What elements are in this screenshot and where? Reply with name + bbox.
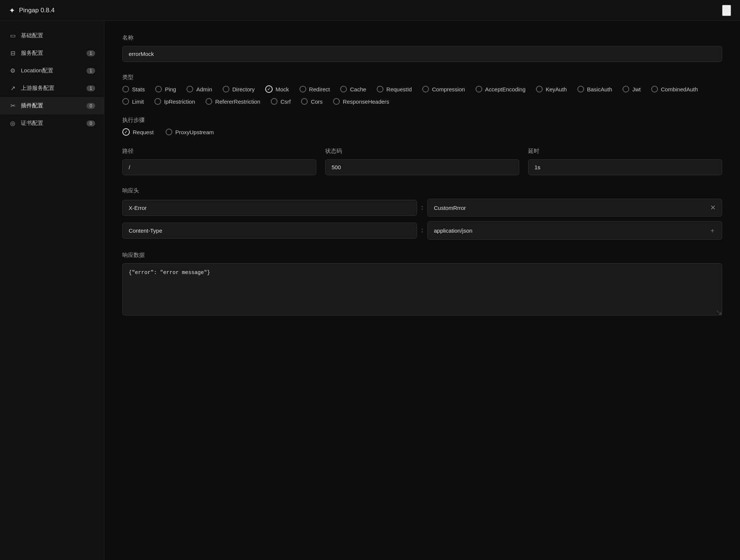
basic-icon: ▭	[9, 32, 16, 39]
radio-admin[interactable]: Admin	[186, 85, 212, 93]
response-header-value-0[interactable]	[434, 205, 710, 211]
radio-directory-label: Directory	[232, 86, 255, 92]
radio-iprestriction-label: IpRestriction	[164, 98, 195, 105]
three-col-row: 路径 状态码 延时	[122, 148, 722, 175]
status-group: 状态码	[325, 148, 519, 175]
resize-icon: ⤡	[716, 309, 720, 314]
radio-iprestriction[interactable]: IpRestriction	[154, 98, 195, 105]
radio-stats-circle	[122, 86, 129, 92]
remove-header-0-button[interactable]: ✕	[710, 204, 716, 212]
delay-input[interactable]	[528, 159, 722, 175]
radio-keyauth-circle	[536, 86, 543, 92]
location-icon: ⚙	[9, 67, 16, 74]
path-group: 路径	[122, 148, 316, 175]
path-status-delay-section: 路径 状态码 延时	[122, 148, 722, 175]
radio-limit-label: Limit	[132, 98, 144, 105]
sidebar-item-label-upstream: 上游服务配置	[21, 85, 54, 92]
radio-requestid-label: RequestId	[386, 86, 412, 92]
sidebar-item-certificate[interactable]: ◎ 证书配置 0	[0, 114, 104, 132]
settings-button[interactable]: ⚙	[722, 5, 731, 16]
response-header-value-1[interactable]	[434, 227, 709, 234]
name-input[interactable]	[122, 46, 722, 62]
radio-responseheaders-label: ResponseHeaders	[343, 98, 389, 105]
radio-combinedauth-circle	[651, 86, 658, 92]
sidebar-item-service[interactable]: ⊟ 服务配置 1	[0, 44, 104, 62]
radio-mock[interactable]: Mock	[265, 85, 289, 93]
app-title: Pingap 0.8.4	[19, 7, 54, 14]
radio-jwt-circle	[623, 86, 629, 92]
response-data-textarea[interactable]: {"error": "error message"}	[122, 263, 722, 315]
sidebar-item-upstream[interactable]: ↗ 上游服务配置 1	[0, 79, 104, 97]
response-headers-label: 响应头	[122, 187, 722, 194]
type-label: 类型	[122, 74, 722, 81]
radio-csrf[interactable]: Csrf	[271, 98, 291, 105]
response-data-wrapper: {"error": "error message"} ⤡	[122, 263, 722, 317]
step-label: 执行步骤	[122, 117, 722, 124]
radio-ping-circle	[155, 86, 162, 92]
radio-mock-label: Mock	[276, 86, 289, 92]
path-input[interactable]	[122, 159, 316, 175]
name-label: 名称	[122, 34, 722, 41]
radio-stats-label: Stats	[132, 86, 145, 92]
radio-combinedauth[interactable]: CombinedAuth	[651, 85, 698, 93]
sidebar-item-label-service: 服务配置	[21, 50, 43, 57]
radio-basicauth-label: BasicAuth	[587, 86, 612, 92]
radio-redirect[interactable]: Redirect	[300, 85, 330, 93]
response-header-row-1: : ＋	[122, 221, 722, 240]
response-data-section: 响应数据 {"error": "error message"} ⤡	[122, 252, 722, 317]
radio-acceptencoding-label: AcceptEncoding	[485, 86, 526, 92]
radio-compression-label: Compression	[432, 86, 465, 92]
upstream-icon: ↗	[9, 85, 16, 92]
radio-redirect-label: Redirect	[309, 86, 330, 92]
radio-cache[interactable]: Cache	[340, 85, 366, 93]
radio-stats[interactable]: Stats	[122, 85, 145, 93]
radio-ping[interactable]: Ping	[155, 85, 176, 93]
sidebar-item-label-plugin: 插件配置	[21, 102, 43, 109]
radio-ping-label: Ping	[165, 86, 176, 92]
response-header-key-1[interactable]	[122, 223, 417, 239]
radio-basicauth[interactable]: BasicAuth	[577, 85, 612, 93]
radio-compression[interactable]: Compression	[422, 85, 465, 93]
plugin-badge: 0	[87, 103, 95, 109]
colon-1: :	[421, 227, 423, 234]
radio-admin-circle	[186, 86, 193, 92]
add-header-button[interactable]: ＋	[709, 226, 716, 235]
radio-redirect-circle	[300, 86, 306, 92]
radio-acceptencoding[interactable]: AcceptEncoding	[476, 85, 526, 93]
delay-group: 延时	[528, 148, 722, 175]
radio-proxyupstream[interactable]: ProxyUpstream	[166, 129, 214, 135]
response-data-label: 响应数据	[122, 252, 722, 259]
radio-responseheaders[interactable]: ResponseHeaders	[333, 98, 389, 105]
response-header-key-0[interactable]	[122, 200, 417, 216]
radio-proxyupstream-circle	[166, 129, 172, 135]
radio-request-circle	[122, 128, 130, 136]
radio-cache-circle	[340, 86, 347, 92]
radio-request[interactable]: Request	[122, 128, 154, 136]
radio-mock-circle	[265, 85, 273, 93]
radio-proxyupstream-label: ProxyUpstream	[175, 129, 214, 135]
response-header-row-0: : ✕	[122, 199, 722, 217]
name-section: 名称	[122, 34, 722, 62]
radio-limit[interactable]: Limit	[122, 98, 144, 105]
radio-keyauth[interactable]: KeyAuth	[536, 85, 567, 93]
radio-combinedauth-label: CombinedAuth	[661, 86, 698, 92]
sidebar-item-location[interactable]: ⚙ Location配置 1	[0, 62, 104, 79]
sidebar-item-basic[interactable]: ▭ 基础配置	[0, 27, 104, 44]
upstream-badge: 1	[87, 85, 95, 91]
radio-refererrestriction[interactable]: RefererRestriction	[206, 98, 260, 105]
sidebar-item-plugin[interactable]: ✂ 插件配置 0	[0, 97, 104, 114]
radio-cors[interactable]: Cors	[301, 98, 323, 105]
radio-jwt[interactable]: Jwt	[623, 85, 641, 93]
response-header-value-wrap-1: ＋	[427, 221, 722, 240]
certificate-icon: ◎	[9, 120, 16, 127]
radio-request-label: Request	[133, 129, 154, 135]
radio-requestid[interactable]: RequestId	[377, 85, 412, 93]
radio-directory[interactable]: Directory	[223, 85, 255, 93]
radio-compression-circle	[422, 86, 429, 92]
radio-cors-circle	[301, 98, 308, 105]
sidebar: ▭ 基础配置 ⊟ 服务配置 1 ⚙ Location配置 1	[0, 21, 104, 560]
radio-csrf-circle	[271, 98, 278, 105]
radio-acceptencoding-circle	[476, 86, 482, 92]
type-section: 类型 Stats Ping Admin	[122, 74, 722, 105]
status-input[interactable]	[325, 159, 519, 175]
